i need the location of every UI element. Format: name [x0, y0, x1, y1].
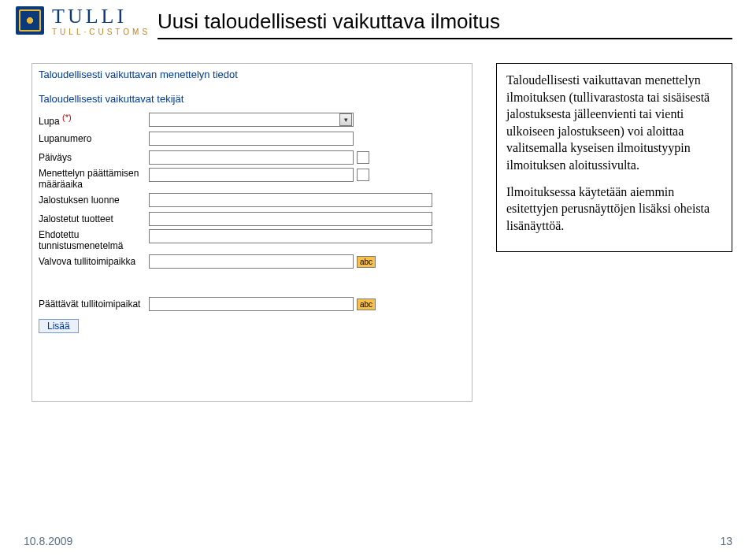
logo-mark-icon	[16, 6, 44, 35]
label-jalostuksen-luonne: Jalostuksen luonne	[39, 195, 149, 206]
row-paivays: Päiväys	[39, 149, 465, 166]
lupanumero-input[interactable]	[149, 132, 354, 146]
maara-aika-input[interactable]	[149, 168, 354, 182]
label-maara-aika-1: Menettelyn päättämisen	[39, 168, 146, 179]
lisaa-button[interactable]: Lisää	[39, 319, 79, 333]
form-panel: Taloudellisesti vaikuttavan menettelyn t…	[32, 63, 472, 402]
row-paattavat: Päättävät tullitoimipaikat abc	[39, 295, 465, 313]
label-ehdotettu: Ehdotettu tunnistusmenetelmä	[39, 229, 149, 251]
ehdotettu-input[interactable]	[149, 229, 432, 243]
row-jalostuksen-luonne: Jalostuksen luonne	[39, 191, 465, 209]
footer-date: 10.8.2009	[24, 535, 72, 547]
title-rule	[158, 38, 732, 39]
label-maara-aika-2: määräaika	[39, 179, 146, 190]
info-box: Taloudellisesti vaikuttavan menettelyn i…	[496, 63, 732, 252]
row-ehdotettu: Ehdotettu tunnistusmenetelmä	[39, 229, 465, 251]
logo: TULLI TULL·CUSTOMS	[16, 6, 150, 36]
label-lupa-text: Lupa	[39, 116, 60, 127]
row-maara-aika: Menettelyn päättämisen määräaika	[39, 168, 465, 190]
jalostetut-input[interactable]	[149, 212, 432, 226]
section-gap	[39, 272, 465, 295]
row-jalostetut: Jalostetut tuotteet	[39, 210, 465, 228]
logo-sub: TULL·CUSTOMS	[52, 28, 150, 36]
valvova-input[interactable]	[149, 254, 354, 269]
calendar-icon-2[interactable]	[357, 169, 369, 181]
logo-main: TULLI	[52, 6, 150, 27]
form-legend-2: Taloudellisesti vaikuttavat tekijät	[39, 93, 465, 105]
label-valvova: Valvova tullitoimipaikka	[39, 256, 149, 267]
footer-page: 13	[720, 535, 732, 547]
row-lupanumero: Lupanumero	[39, 130, 465, 147]
row-lupa: Lupa (*) ▾	[39, 111, 465, 128]
jalostuksen-luonne-input[interactable]	[149, 193, 432, 207]
label-paivays: Päiväys	[39, 152, 149, 163]
label-jalostetut: Jalostetut tuotteet	[39, 213, 149, 224]
required-mark: (*)	[62, 113, 72, 122]
label-paattavat: Päättävät tullitoimipaikat	[39, 299, 149, 310]
page-title: Uusi taloudellisesti vaikuttava ilmoitus	[158, 9, 500, 34]
slide: TULLI TULL·CUSTOMS Uusi taloudellisesti …	[0, 0, 756, 560]
label-lupanumero: Lupanumero	[39, 133, 149, 144]
lisaa-row: Lisää	[39, 314, 465, 333]
paivays-input[interactable]	[149, 150, 354, 165]
label-ehdotettu-2: tunnistusmenetelmä	[39, 240, 146, 251]
info-paragraph-1: Taloudellisesti vaikuttavan menettelyn i…	[506, 72, 722, 174]
label-ehdotettu-1: Ehdotettu	[39, 229, 146, 240]
label-lupa: Lupa (*)	[39, 113, 149, 127]
calendar-icon[interactable]	[357, 151, 369, 164]
abc-badge-2[interactable]: abc	[357, 299, 376, 310]
logo-text: TULLI TULL·CUSTOMS	[52, 6, 150, 36]
row-valvova: Valvova tullitoimipaikka abc	[39, 253, 465, 270]
chevron-down-icon[interactable]: ▾	[339, 113, 352, 126]
lupa-select[interactable]: ▾	[149, 113, 354, 127]
form-legend-1: Taloudellisesti vaikuttavan menettelyn t…	[39, 69, 465, 80]
info-paragraph-2: Ilmoituksessa käytetään aiemmin esitetty…	[506, 184, 722, 235]
paattavat-input[interactable]	[149, 297, 354, 311]
abc-badge[interactable]: abc	[357, 256, 376, 268]
label-maara-aika: Menettelyn päättämisen määräaika	[39, 168, 149, 190]
